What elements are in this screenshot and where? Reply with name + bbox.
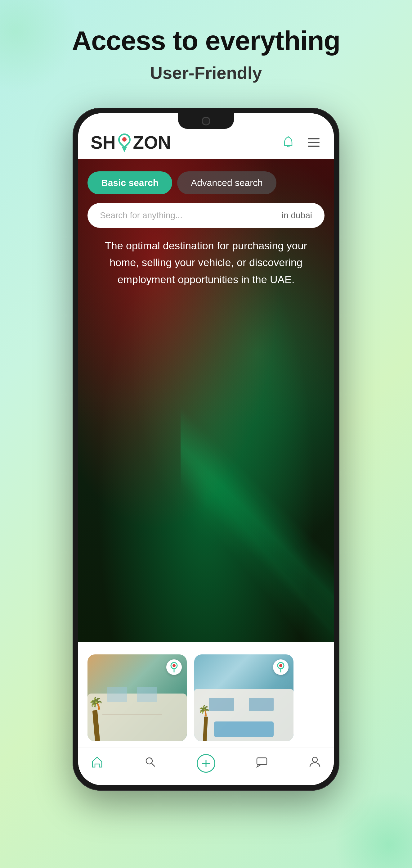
app-logo: SH ZON bbox=[91, 132, 171, 153]
hero-description: The optimal destination for purchasing y… bbox=[94, 237, 318, 288]
home-icon bbox=[91, 755, 104, 771]
svg-point-4 bbox=[279, 664, 282, 667]
svg-line-6 bbox=[152, 764, 155, 767]
camera-dot bbox=[202, 117, 210, 125]
phone-screen: SH ZON bbox=[78, 113, 334, 785]
card-location-pin-icon bbox=[273, 659, 288, 675]
phone-device: SH ZON bbox=[73, 108, 339, 791]
nav-item-home[interactable] bbox=[91, 755, 104, 771]
search-icon bbox=[144, 755, 157, 771]
svg-point-2 bbox=[172, 664, 176, 667]
chat-icon bbox=[255, 755, 268, 771]
hero-background bbox=[78, 159, 334, 642]
pin-tail-shape bbox=[122, 147, 127, 152]
page-title: Access to everything bbox=[72, 25, 340, 57]
header-actions bbox=[280, 135, 321, 150]
card-location-pin-icon bbox=[166, 659, 182, 675]
basic-search-tab[interactable]: Basic search bbox=[88, 172, 172, 194]
svg-rect-9 bbox=[257, 758, 267, 765]
nav-item-chat[interactable] bbox=[255, 755, 268, 771]
menu-line-2 bbox=[308, 142, 319, 143]
hero-text-block: The optimal destination for purchasing y… bbox=[88, 237, 324, 288]
logo-pin-icon bbox=[116, 133, 133, 152]
logo-suffix: ZON bbox=[133, 132, 171, 153]
page-subtitle: User-Friendly bbox=[150, 63, 262, 83]
search-location-label: in dubai bbox=[282, 211, 312, 220]
menu-line-1 bbox=[308, 138, 319, 140]
hamburger-menu-icon[interactable] bbox=[306, 135, 321, 150]
property-card[interactable]: 🌴 bbox=[88, 654, 187, 741]
search-tabs: Basic search Advanced search bbox=[88, 172, 276, 194]
svg-point-5 bbox=[146, 758, 152, 764]
advanced-search-tab[interactable]: Advanced search bbox=[177, 172, 276, 194]
search-input-placeholder: Search for anything... bbox=[100, 211, 182, 220]
menu-line-3 bbox=[308, 146, 319, 147]
logo-prefix: SH bbox=[91, 132, 116, 153]
property-card[interactable]: 🌴 bbox=[194, 654, 294, 741]
person-icon bbox=[308, 755, 321, 771]
pin-red-dot bbox=[122, 137, 127, 142]
nav-item-add[interactable] bbox=[197, 754, 215, 773]
nav-item-search[interactable] bbox=[144, 755, 157, 771]
hero-section: Basic search Advanced search Search for … bbox=[78, 159, 334, 642]
bottom-navigation bbox=[78, 748, 334, 785]
phone-notch bbox=[178, 113, 234, 129]
notification-bell-icon[interactable] bbox=[280, 135, 296, 150]
property-cards-section: 🌴 bbox=[78, 642, 334, 748]
nav-item-profile[interactable] bbox=[308, 755, 321, 771]
search-bar[interactable]: Search for anything... in dubai bbox=[88, 203, 324, 228]
add-icon bbox=[197, 754, 215, 773]
svg-point-10 bbox=[312, 757, 317, 762]
